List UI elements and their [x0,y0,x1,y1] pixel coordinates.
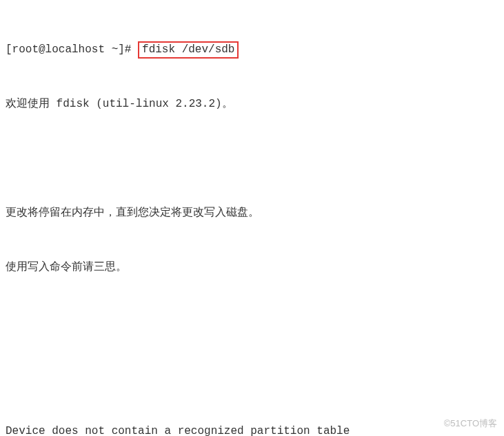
fdisk-command-highlight: fdisk /dev/sdb [138,41,239,59]
blank-line [6,149,498,167]
output-line: 使用写入命令前请三思。 [6,258,498,276]
watermark-label: ©51CTO博客 [444,416,497,430]
terminal-output: [root@localhost ~]# fdisk /dev/sdb 欢迎使用 … [6,4,498,436]
prompt-line: [root@localhost ~]# fdisk /dev/sdb [6,41,498,59]
output-line: 欢迎使用 fdisk (util-linux 2.23.2)。 [6,95,498,113]
blank-line [6,368,498,386]
shell-prompt: [root@localhost ~]# [6,43,138,56]
blank-line [6,313,498,331]
output-line: Device does not contain a recognized par… [6,422,498,436]
output-line: 更改将停留在内存中，直到您决定将更改写入磁盘。 [6,204,498,222]
